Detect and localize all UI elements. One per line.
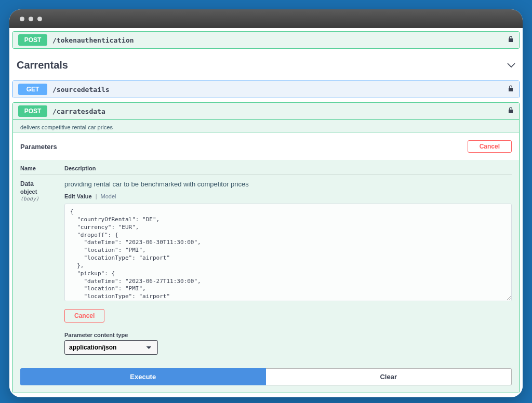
lock-icon[interactable] <box>508 36 514 44</box>
parameters-header: Parameters Cancel <box>13 133 519 160</box>
edit-value-tab[interactable]: Edit Value <box>64 193 92 199</box>
operation-path: /carratesdata <box>52 108 105 115</box>
operation-path: /tokenauthentication <box>52 36 134 44</box>
cancel-tryout-button[interactable]: Cancel <box>468 140 512 153</box>
tag-carrentals[interactable]: Carrentals <box>9 53 523 77</box>
separator: | <box>94 193 99 199</box>
method-badge-post: POST <box>18 105 47 117</box>
parameters-title: Parameters <box>20 143 57 151</box>
operation-carratesdata: POST /carratesdata delivers competitive … <box>12 102 520 393</box>
operation-sourcedetails: GET /sourcedetails <box>12 80 520 98</box>
content-type-label: Parameter content type <box>64 332 512 338</box>
col-name: Name <box>20 165 64 171</box>
lock-icon[interactable] <box>508 107 514 115</box>
operation-body: delivers competitive rental car prices P… <box>13 119 519 393</box>
tag-title: Carrentals <box>17 59 68 71</box>
window-dot <box>29 17 33 21</box>
titlebar <box>9 9 523 28</box>
param-meta: Data object (body) <box>20 180 64 355</box>
clear-button[interactable]: Clear <box>266 368 512 385</box>
param-type: object <box>20 189 64 195</box>
app-window: POST /tokenauthentication Carrentals GET… <box>9 9 523 397</box>
content-area: POST /tokenauthentication Carrentals GET… <box>9 31 523 393</box>
table-row: Data object (body) providing rental car … <box>20 175 512 355</box>
operation-tokenauthentication: POST /tokenauthentication <box>12 31 520 49</box>
parameters-table: Name Description Data object (body) prov… <box>13 160 519 364</box>
param-description-cell: providing rental car to be benchmarked w… <box>64 180 512 355</box>
operation-summary: delivers competitive rental car prices <box>13 120 519 133</box>
window-dot <box>20 17 24 21</box>
lock-icon[interactable] <box>508 85 514 93</box>
param-location: (body) <box>20 196 64 202</box>
operation-header[interactable]: POST /carratesdata <box>13 103 519 119</box>
execute-button[interactable]: Execute <box>20 368 266 385</box>
execute-row: Execute Clear <box>13 364 519 393</box>
operation-header[interactable]: POST /tokenauthentication <box>13 32 519 48</box>
param-description: providing rental car to be benchmarked w… <box>64 180 512 188</box>
content-type-select[interactable]: application/json <box>64 340 158 355</box>
chevron-down-icon <box>507 61 515 70</box>
method-badge-post: POST <box>18 34 47 46</box>
operation-path: /sourcedetails <box>52 86 110 93</box>
method-badge-get: GET <box>18 84 47 95</box>
operation-header[interactable]: GET /sourcedetails <box>13 81 519 98</box>
col-description: Description <box>64 165 512 171</box>
model-tab[interactable]: Model <box>101 193 116 199</box>
window-dot <box>37 17 42 21</box>
param-value-toggle: Edit Value | Model <box>64 193 512 199</box>
param-name: Data <box>20 180 64 187</box>
request-body-input[interactable] <box>64 204 512 301</box>
cancel-edit-button[interactable]: Cancel <box>64 309 104 323</box>
